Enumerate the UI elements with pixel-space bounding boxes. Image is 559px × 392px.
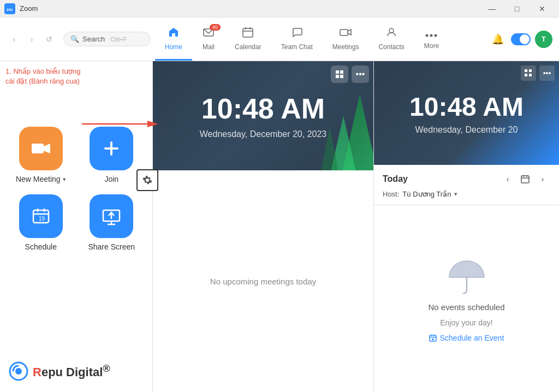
new-meeting-button[interactable] xyxy=(19,127,63,170)
share-screen-label: Share Screen xyxy=(88,242,135,251)
banner-more-button[interactable]: ••• xyxy=(352,66,369,83)
schedule-button[interactable]: 19 xyxy=(19,194,63,238)
brand-logo-icon xyxy=(9,361,28,381)
meetings-icon xyxy=(340,26,352,41)
share-screen-button[interactable] xyxy=(90,194,133,238)
user-avatar[interactable]: T xyxy=(535,31,552,48)
close-button[interactable]: ✕ xyxy=(530,0,555,17)
toolbar: ‹ › ↺ 🔍 Search Ctrl+F Home 95 Mail xyxy=(0,17,559,61)
calendar-icon xyxy=(242,26,254,41)
tab-meetings[interactable]: Meetings xyxy=(323,17,369,61)
title-bar-left: zm Zoom xyxy=(4,3,38,14)
cal-prev-button[interactable]: ‹ xyxy=(500,171,515,187)
cal-grid-button[interactable] xyxy=(518,171,533,187)
tab-meetings-label: Meetings xyxy=(332,43,359,51)
schedule-event-link[interactable]: Schedule an Event xyxy=(429,334,504,342)
cal-next-button[interactable]: › xyxy=(535,171,550,187)
history-button[interactable]: ↺ xyxy=(41,32,57,47)
umbrella-icon xyxy=(445,256,489,296)
toolbar-right: 🔔 T xyxy=(489,31,552,48)
search-label: Search xyxy=(82,35,105,43)
svg-point-11 xyxy=(435,34,437,37)
enjoy-text: Enjoy your day! xyxy=(440,318,493,327)
title-bar: zm Zoom — □ ✕ xyxy=(0,0,559,17)
new-meeting-chevron: ▾ xyxy=(63,176,66,183)
join-button[interactable] xyxy=(90,127,133,170)
svg-text:19: 19 xyxy=(39,216,45,222)
svg-rect-30 xyxy=(336,75,339,78)
svg-rect-33 xyxy=(529,69,532,72)
maximize-button[interactable]: □ xyxy=(504,0,530,17)
right-panel: ••• 10:48 AM Wednesday, December 20 Toda… xyxy=(373,61,559,392)
window-controls: — □ ✕ xyxy=(479,0,555,17)
nav-arrows: ‹ › ↺ xyxy=(7,32,57,47)
back-button[interactable]: ‹ xyxy=(7,32,22,47)
svg-marker-13 xyxy=(147,121,158,127)
svg-rect-28 xyxy=(336,70,339,74)
contacts-icon xyxy=(385,26,397,41)
svg-rect-34 xyxy=(525,74,527,76)
host-chevron[interactable]: ▾ xyxy=(454,191,457,198)
annotation-arrow xyxy=(82,117,158,130)
banner-date: Wednesday, December 20, 2023 xyxy=(200,129,326,139)
new-meeting-label: New Meeting ▾ xyxy=(16,175,66,183)
tab-team-chat[interactable]: Team Chat xyxy=(271,17,323,61)
tab-calendar[interactable]: Calendar xyxy=(225,17,271,61)
tab-more[interactable]: More xyxy=(414,17,449,61)
left-panel: 1. Nhấp vào biểu tượngcài đặt (Bánh răng… xyxy=(0,61,153,392)
team-chat-icon xyxy=(291,26,303,41)
new-meeting-wrap: New Meeting ▾ xyxy=(11,127,71,183)
svg-rect-32 xyxy=(525,69,527,72)
schedule-wrap: 19 Schedule xyxy=(11,194,71,251)
forward-button[interactable]: › xyxy=(24,32,39,47)
tab-contacts-label: Contacts xyxy=(378,43,404,51)
svg-rect-14 xyxy=(32,144,44,153)
right-more-button[interactable]: ••• xyxy=(539,66,555,81)
annotation-text: 1. Nhấp vào biểu tượngcài đặt (Bánh răng… xyxy=(5,67,115,86)
minimize-button[interactable]: — xyxy=(479,0,504,17)
svg-point-9 xyxy=(426,34,429,37)
svg-rect-35 xyxy=(529,74,532,76)
schedule-label: Schedule xyxy=(25,242,57,251)
tab-team-chat-label: Team Chat xyxy=(281,43,313,51)
right-grid-button[interactable] xyxy=(521,66,536,81)
calendar-add-icon xyxy=(429,334,437,342)
right-date: Wednesday, December 20 xyxy=(415,125,518,135)
svg-text:zm: zm xyxy=(7,7,13,12)
svg-rect-3 xyxy=(243,28,253,37)
nav-tabs: Home 95 Mail Calendar Team Chat xyxy=(155,17,449,61)
svg-rect-16 xyxy=(110,141,112,156)
arrow-svg xyxy=(82,117,158,130)
tab-mail-label: Mail xyxy=(203,43,215,51)
more-icon xyxy=(425,27,437,40)
user-toggle[interactable] xyxy=(511,33,531,45)
tab-contacts[interactable]: Contacts xyxy=(368,17,414,61)
svg-rect-36 xyxy=(521,176,529,183)
right-time: 10:48 AM xyxy=(409,92,524,122)
bottom-brand: Repu Digital® xyxy=(9,361,110,381)
banner-time: 10:48 AM xyxy=(201,92,325,125)
home-icon xyxy=(168,26,180,41)
today-label: Today xyxy=(383,174,408,184)
banner-grid-button[interactable] xyxy=(331,66,348,83)
events-area: No events scheduled Enjoy your day! Sche… xyxy=(374,205,559,392)
action-buttons: New Meeting ▾ Join 19 Schedule xyxy=(11,127,141,251)
host-row: Host: Tú Dương Trần ▾ xyxy=(383,190,550,198)
notifications-button[interactable]: 🔔 xyxy=(489,31,507,48)
tab-mail[interactable]: 95 Mail xyxy=(192,17,225,61)
schedule-event-label: Schedule an Event xyxy=(440,334,504,342)
no-meetings-text: No upcoming meetings today xyxy=(153,170,373,392)
settings-icon-box[interactable] xyxy=(136,169,158,191)
svg-rect-31 xyxy=(340,75,343,78)
brand-text: Repu Digital® xyxy=(33,363,110,379)
tab-calendar-label: Calendar xyxy=(235,43,261,51)
svg-point-27 xyxy=(15,368,22,375)
search-box[interactable]: 🔍 Search Ctrl+F xyxy=(63,32,151,46)
tab-home[interactable]: Home xyxy=(155,17,192,61)
svg-rect-29 xyxy=(340,70,343,74)
main-content: 1. Nhấp vào biểu tượngcài đặt (Bánh răng… xyxy=(0,61,559,392)
right-header: ••• 10:48 AM Wednesday, December 20 xyxy=(374,61,559,165)
tab-more-label: More xyxy=(424,42,439,50)
calendar-header: Today ‹ › xyxy=(383,171,550,187)
annotation-area: 1. Nhấp vào biểu tượngcài đặt (Bánh răng… xyxy=(5,67,191,86)
